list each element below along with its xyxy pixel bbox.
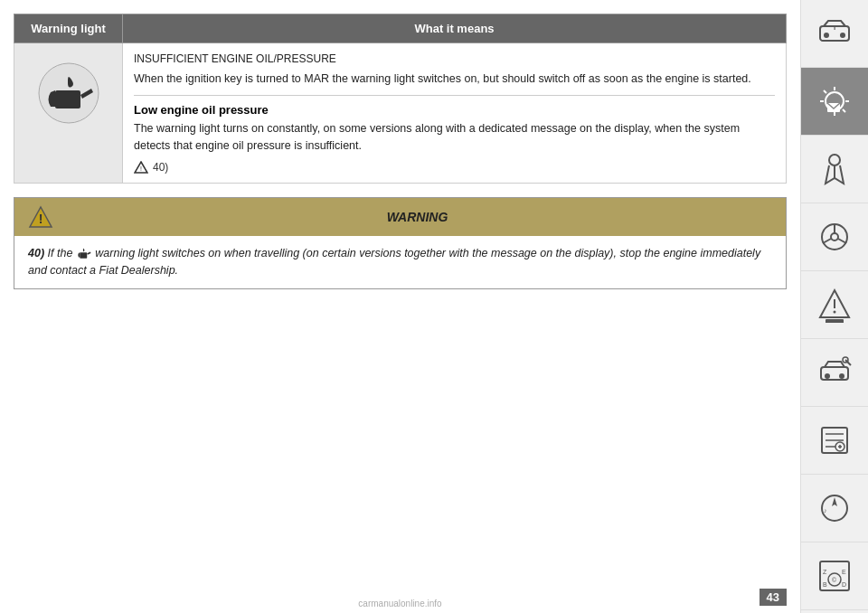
svg-text:!: ! <box>39 212 43 226</box>
svg-point-22 <box>831 233 838 240</box>
oil-can-icon <box>37 61 100 125</box>
warning-light-icon-cell <box>14 43 123 184</box>
inline-oil-icon <box>76 247 92 261</box>
section2-title: Low engine oil pressure <box>134 103 775 117</box>
sidebar-item-car-service[interactable] <box>801 339 868 407</box>
info-table: Warning light What it means <box>14 14 787 184</box>
car-info-icon: i <box>816 15 853 52</box>
warning-header-text: WARNING <box>62 210 772 224</box>
watermark: carmanualonline.info <box>358 599 441 608</box>
sidebar-item-technical[interactable]: Z E B D © <box>801 542 868 610</box>
warning-triangle-icon: ! <box>28 205 53 229</box>
road-warning-icon <box>816 287 853 323</box>
svg-rect-1 <box>55 90 80 108</box>
sidebar-item-steering[interactable] <box>801 203 868 271</box>
svg-line-25 <box>838 239 846 243</box>
svg-rect-30 <box>821 367 848 380</box>
car-service-icon <box>816 354 853 391</box>
sidebar-item-seatbelt[interactable] <box>801 136 868 203</box>
settings-list-icon <box>816 422 853 458</box>
svg-point-19 <box>829 155 840 165</box>
sidebar-item-settings-list[interactable] <box>801 407 868 475</box>
svg-text:©: © <box>832 577 837 583</box>
svg-rect-29 <box>826 319 844 323</box>
col1-header: Warning light <box>14 14 123 43</box>
sidebar-item-navigation[interactable]: ♪ <box>801 475 868 542</box>
svg-point-9 <box>840 33 845 38</box>
sidebar-item-road-warning[interactable] <box>801 271 868 339</box>
section1-title: INSUFFICIENT ENGINE OIL/PRESSURE <box>134 52 775 65</box>
sidebar: i <box>800 0 868 613</box>
content-cell: INSUFFICIENT ENGINE OIL/PRESSURE When th… <box>123 43 787 184</box>
page-number: 43 <box>760 589 787 606</box>
svg-text:E: E <box>842 569 846 575</box>
svg-point-32 <box>839 373 844 379</box>
svg-point-28 <box>834 311 836 314</box>
note-triangle-icon: ! <box>134 161 148 174</box>
svg-rect-6 <box>80 252 87 258</box>
svg-point-31 <box>825 373 830 379</box>
steering-wheel-icon <box>816 219 853 255</box>
svg-text:i: i <box>834 24 835 32</box>
svg-text:!: ! <box>140 165 142 172</box>
svg-text:B: B <box>823 581 827 588</box>
warning-body-text: If the warning light switches on when tr… <box>28 247 760 277</box>
svg-text:D: D <box>842 581 846 588</box>
warning-box: ! WARNING 40) If the warning light switc… <box>14 197 787 289</box>
note-ref-text: 40) <box>153 161 168 174</box>
navigation-icon: ♪ <box>816 490 853 526</box>
svg-text:Z: Z <box>823 569 827 575</box>
note-ref: ! 40) <box>134 161 775 174</box>
warning-header: ! WARNING <box>14 198 786 236</box>
svg-text:♪: ♪ <box>824 507 827 514</box>
warning-light-sidebar-icon <box>816 83 853 119</box>
section2-text: The warning light turns on constantly, o… <box>134 120 775 155</box>
svg-line-16 <box>824 90 826 93</box>
main-content: Warning light What it means <box>0 0 800 613</box>
svg-point-8 <box>824 33 829 38</box>
svg-line-24 <box>823 239 831 243</box>
warning-body: 40) If the warning light switches on whe… <box>14 236 786 288</box>
col2-header: What it means <box>123 14 787 43</box>
sidebar-item-car-info[interactable]: i <box>801 0 868 68</box>
svg-line-17 <box>843 109 845 112</box>
technical-icon: Z E B D © <box>816 558 853 594</box>
divider <box>134 95 775 96</box>
warning-ref: 40) <box>28 247 44 259</box>
seatbelt-icon <box>816 151 853 187</box>
section1-text: When the ignition key is turned to MAR t… <box>134 71 775 88</box>
sidebar-item-warning-light[interactable] <box>801 68 868 136</box>
